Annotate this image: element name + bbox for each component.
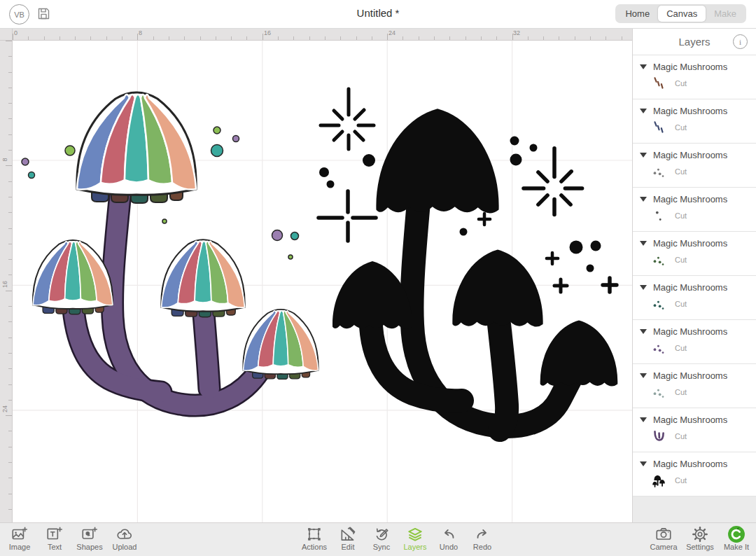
tool-camera-button[interactable]: Camera: [648, 525, 679, 551]
layer-item[interactable]: Magic Mushrooms Cut: [633, 452, 756, 496]
tool-make-it-button[interactable]: Make It: [721, 525, 752, 551]
text-icon: [39, 525, 70, 544]
tool-shapes-button[interactable]: Shapes: [74, 525, 105, 551]
layer-label: Magic Mushrooms: [653, 415, 727, 425]
redo-icon: [467, 525, 498, 544]
h-ruler-label: 8: [139, 29, 142, 36]
collapse-triangle-icon[interactable]: [640, 153, 647, 158]
sync-icon: [366, 525, 397, 544]
black-mushrooms-artwork[interactable]: [318, 89, 617, 430]
collapse-triangle-icon[interactable]: [640, 373, 647, 378]
colorful-mushrooms-artwork[interactable]: [22, 92, 318, 405]
tool-edit-button[interactable]: Edit: [332, 525, 363, 551]
toolbar-output-group: Camera Settings Make It: [648, 525, 752, 551]
h-ruler-label: 24: [388, 29, 396, 36]
canvas-artwork: [13, 41, 632, 522]
v-ruler-label: 24: [1, 405, 8, 413]
collapse-triangle-icon[interactable]: [640, 241, 647, 246]
layer-item[interactable]: Magic Mushrooms Cut: [633, 364, 756, 408]
tool-redo-button[interactable]: Redo: [467, 525, 498, 551]
layer-thumbnail-icon: [651, 296, 666, 312]
ruler-corner: [0, 29, 13, 41]
layer-operation: Cut: [675, 476, 687, 485]
collapse-triangle-icon[interactable]: [640, 329, 647, 334]
makeit-icon: [721, 525, 752, 544]
design-canvas[interactable]: [13, 41, 632, 522]
layer-thumbnail-icon: [651, 340, 666, 356]
layer-cut-row[interactable]: Cut: [633, 469, 756, 488]
v-ruler-label: 16: [1, 280, 8, 289]
actions-icon: [299, 525, 330, 544]
layer-label: Magic Mushrooms: [653, 238, 727, 249]
settings-icon: [685, 525, 715, 544]
layer-thumbnail-icon: [651, 76, 666, 91]
tool-actions-button[interactable]: Actions: [299, 525, 330, 551]
v-ruler-label: 8: [1, 155, 8, 164]
collapse-triangle-icon[interactable]: [640, 64, 647, 69]
layer-operation: Cut: [675, 167, 687, 176]
collapse-triangle-icon[interactable]: [640, 109, 647, 113]
collapse-triangle-icon[interactable]: [640, 197, 647, 202]
h-ruler-label: 32: [513, 29, 520, 36]
layer-operation: Cut: [675, 388, 687, 396]
layer-cut-row[interactable]: Cut: [633, 72, 756, 91]
layer-thumbnail-icon: [651, 429, 666, 444]
layer-label: Magic Mushrooms: [653, 106, 727, 116]
bottom-toolbar: Image Text Shapes Upload Actions Edit Sy…: [0, 522, 756, 556]
tool-layers-button[interactable]: Layers: [400, 525, 430, 551]
layer-operation: Cut: [675, 300, 687, 308]
layer-cut-row[interactable]: Cut: [633, 204, 756, 223]
collapse-triangle-icon[interactable]: [640, 285, 647, 290]
camera-icon: [648, 525, 679, 544]
layer-operation: Cut: [675, 344, 687, 352]
layer-thumbnail-icon: [651, 252, 666, 267]
layer-operation: Cut: [675, 123, 687, 132]
horizontal-ruler: 08162432: [13, 29, 632, 41]
collapse-triangle-icon[interactable]: [640, 461, 647, 466]
layer-item[interactable]: Magic Mushrooms Cut: [633, 188, 756, 232]
collapse-triangle-icon[interactable]: [640, 417, 647, 422]
layer-item[interactable]: Magic Mushrooms Cut: [633, 320, 756, 364]
layers-panel-header: Layers i: [633, 29, 756, 55]
tool-settings-button[interactable]: Settings: [685, 525, 715, 551]
vertical-ruler: 81624: [0, 41, 13, 522]
toolbar-insert-group: Image Text Shapes Upload: [4, 525, 140, 551]
layer-cut-row[interactable]: Cut: [633, 160, 756, 179]
nav-canvas[interactable]: Canvas: [658, 6, 706, 22]
layer-cut-row[interactable]: Cut: [633, 381, 756, 400]
layer-item[interactable]: Magic Mushrooms Cut: [633, 232, 756, 276]
info-icon[interactable]: i: [733, 34, 748, 49]
layer-item[interactable]: Magic Mushrooms Cut: [633, 99, 756, 144]
layers-panel: Layers i Magic Mushrooms Cut Magic Mushr…: [632, 29, 756, 522]
tool-sync-button[interactable]: Sync: [366, 525, 397, 551]
toolbar-edit-group: Actions Edit Sync Layers Undo Redo: [299, 525, 498, 551]
layer-label: Magic Mushrooms: [653, 194, 727, 204]
tool-upload-button[interactable]: Upload: [109, 525, 140, 551]
layer-label: Magic Mushrooms: [653, 459, 727, 469]
tool-image-button[interactable]: Image: [4, 525, 35, 551]
layer-cut-row[interactable]: Cut: [633, 249, 756, 267]
nav-make[interactable]: Make: [706, 6, 745, 22]
layer-thumbnail-icon: [651, 120, 666, 135]
layer-cut-row[interactable]: Cut: [633, 116, 756, 135]
h-ruler-label: 0: [14, 29, 18, 36]
layer-item[interactable]: Magic Mushrooms Cut: [633, 55, 756, 99]
tool-text-button[interactable]: Text: [39, 525, 70, 551]
image-icon: [4, 525, 35, 544]
tool-undo-button[interactable]: Undo: [433, 525, 464, 551]
layer-cut-row[interactable]: Cut: [633, 337, 756, 356]
layer-cut-row[interactable]: Cut: [633, 293, 756, 312]
edit-icon: [332, 525, 363, 544]
layer-thumbnail-icon: [651, 384, 666, 400]
workspace: 08162432 81624: [0, 29, 756, 522]
layer-item[interactable]: Magic Mushrooms Cut: [633, 408, 756, 452]
layer-operation: Cut: [675, 256, 687, 264]
layer-item[interactable]: Magic Mushrooms Cut: [633, 276, 756, 320]
layer-label: Magic Mushrooms: [653, 62, 727, 72]
layer-label: Magic Mushrooms: [653, 150, 727, 160]
layer-label: Magic Mushrooms: [653, 326, 727, 337]
layer-item[interactable]: Magic Mushrooms Cut: [633, 144, 756, 188]
nav-home[interactable]: Home: [617, 6, 658, 22]
layer-thumbnail-icon: [651, 164, 666, 179]
layer-cut-row[interactable]: Cut: [633, 425, 756, 444]
